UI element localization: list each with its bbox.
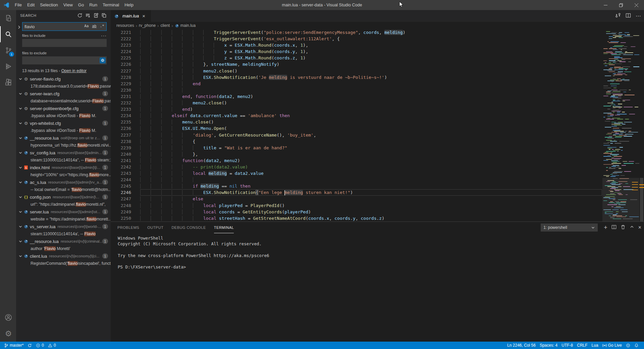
code-line[interactable]: 2228 ESX.ShowNotification('Je melding is…: [111, 74, 602, 81]
more-actions-icon[interactable]: ⋯: [636, 13, 641, 19]
run-debug-icon[interactable]: [0, 58, 16, 74]
code-line[interactable]: 2235 menu.close(): [111, 119, 602, 125]
code-line[interactable]: 2237 'dialog', GetCurrentResourceName(),…: [111, 132, 602, 138]
code-line[interactable]: 2245 if melding == nil then: [111, 183, 602, 189]
search-match-row[interactable]: steam:11000011c14014a', -- Flavio: [16, 230, 111, 238]
code-line[interactable]: 2247 else: [111, 196, 602, 202]
search-match-row[interactable]: .bypass allow #DonTosti - Flavio M.: [16, 127, 111, 134]
search-match-row[interactable]: website = "https://adminpanel.flaviomore…: [16, 215, 111, 223]
minimize-button[interactable]: [598, 0, 613, 10]
close-panel-icon[interactable]: ×: [638, 225, 641, 231]
explorer-icon[interactable]: [0, 10, 16, 26]
terminal-output[interactable]: Windows PowerShellCopyright (C) Microsof…: [111, 233, 644, 342]
restore-button[interactable]: [613, 0, 629, 10]
menu-help[interactable]: Help: [122, 0, 136, 10]
code-line[interactable]: 2234 elseif data.current.value == 'ambul…: [111, 112, 602, 119]
tab-main-lua[interactable]: main.lua ×: [111, 10, 151, 22]
menu-edit[interactable]: Edit: [24, 0, 37, 10]
status-sync[interactable]: [25, 342, 34, 349]
search-match-row[interactable]: steam:11000011c14014a", -- Flavio steam:…: [16, 156, 111, 164]
code-line[interactable]: 2230: [111, 87, 602, 93]
panel-tab-output[interactable]: OUTPUT: [147, 222, 163, 233]
status-bell[interactable]: [632, 342, 641, 349]
code-line[interactable]: 2244: [111, 177, 602, 183]
status-0[interactable]: 0: [34, 342, 46, 349]
status-feedback[interactable]: [624, 342, 632, 349]
status-go-live[interactable]: Go Live: [600, 342, 624, 349]
minimap-slider[interactable]: [602, 178, 639, 221]
toggle-replace-icon[interactable]: [17, 25, 22, 31]
result-file-row[interactable]: ⚙server-politieenboefje.cfg1: [16, 105, 111, 112]
code-line[interactable]: 2248 local playerPed = PlayerPedId(): [111, 202, 602, 209]
open-in-editor-link[interactable]: Open in editor: [61, 68, 87, 73]
code-line[interactable]: 2229 end: [111, 81, 602, 87]
refresh-icon[interactable]: [77, 13, 83, 18]
result-file-row[interactable]: client.luaresources\[rv]\[economy]\[ci..…: [16, 252, 111, 260]
breadcrumb-item[interactable]: resources: [116, 23, 134, 28]
search-match-row[interactable]: RegisterCommand('flavioisincapabel', fun…: [16, 260, 111, 267]
files-to-include-input[interactable]: [22, 39, 107, 47]
status-ln-2246-col-56[interactable]: Ln 2246, Col 56: [505, 342, 538, 349]
toggle-search-details-icon[interactable]: ···: [101, 35, 107, 37]
files-to-exclude-input[interactable]: [22, 56, 107, 64]
code-line[interactable]: 2226 }, streetName, meldingNotify): [111, 61, 602, 67]
status-spaces-4[interactable]: Spaces: 4: [538, 342, 559, 349]
result-file-row[interactable]: ac_s.luaresources\[base]\[admin]\rv_a...…: [16, 179, 111, 186]
code-line[interactable]: 2250 local streetHash = GetStreetNameAtC…: [111, 215, 602, 221]
code-line[interactable]: 2236 ESX.UI.Menu.Open(: [111, 125, 602, 132]
menu-file[interactable]: File: [12, 0, 24, 10]
search-match-row[interactable]: 178;database=naar3.0;userid=Flavio;passw…: [16, 83, 111, 90]
result-file-row[interactable]: server.luaresources\[base]\[admin]\st...…: [16, 208, 111, 215]
new-search-editor-icon[interactable]: [93, 13, 99, 18]
open-changes-icon[interactable]: [615, 12, 621, 19]
account-icon[interactable]: [0, 309, 16, 326]
status-utf-8[interactable]: UTF-8: [559, 342, 575, 349]
code-line[interactable]: 2246 ESX.ShowNotification("Een lege meld…: [111, 189, 602, 196]
menu-run[interactable]: Run: [87, 0, 100, 10]
settings-gear-icon[interactable]: ⚙: [0, 326, 16, 342]
status-master[interactable]: master*: [2, 342, 25, 349]
code-line[interactable]: 2243 local melding = data2.value: [111, 170, 602, 177]
code-line[interactable]: 2227 menu2.close(): [111, 68, 602, 74]
search-match-row[interactable]: author 'Flavio Moretti': [16, 245, 111, 252]
code-line[interactable]: 2232 menu2.close(): [111, 100, 602, 106]
result-file-row[interactable]: ⚙server-iwan.cfg1: [16, 90, 111, 97]
search-match-row[interactable]: url": "https://adminpanel.flaviomoretti.…: [16, 201, 111, 208]
status-crlf[interactable]: CRLF: [575, 342, 589, 349]
result-file-row[interactable]: 5index.htmlresources\[base]\[admin]\[i..…: [16, 164, 111, 171]
code-line[interactable]: 2233 end): [111, 106, 602, 112]
result-file-row[interactable]: __resource.luaooit\[troep om uit te z...…: [16, 134, 111, 142]
code-line[interactable]: 2223 x = ESX.Math.Round(coords.x, 1),: [111, 42, 602, 48]
menu-view[interactable]: View: [61, 0, 75, 10]
code-line[interactable]: 2225 z = ESX.Math.Round(coords.z, 1): [111, 55, 602, 61]
source-control-icon[interactable]: 1: [0, 42, 16, 58]
editor-scrollbar[interactable]: [639, 29, 644, 221]
panel-tab-terminal[interactable]: TERMINAL: [214, 222, 234, 233]
result-file-row[interactable]: {}config.jsonresources\[base]\[admin]\..…: [16, 193, 111, 201]
panel-tab-debug-console[interactable]: DEBUG CONSOLE: [171, 222, 206, 233]
code-line[interactable]: 2241 function(data2, menu2): [111, 157, 602, 164]
breadcrumb-item[interactable]: client: [160, 23, 170, 28]
code-line[interactable]: 2231 end, function(data2, menu2): [111, 93, 602, 100]
code-line[interactable]: 2240 },: [111, 151, 602, 157]
menu-go[interactable]: Go: [75, 0, 87, 10]
terminal-shell-select[interactable]: 1: powershell: [541, 223, 598, 232]
match-case-icon[interactable]: Aa: [83, 23, 90, 29]
clear-search-results-icon[interactable]: [85, 13, 91, 18]
code-line[interactable]: 2221 TriggerServerEvent("police:server:S…: [111, 29, 602, 36]
close-window-button[interactable]: [629, 0, 644, 10]
kill-terminal-icon[interactable]: [621, 225, 626, 231]
code-line[interactable]: 2239 title = "Wat is er aan de hand?": [111, 145, 602, 151]
whole-word-icon[interactable]: ab: [91, 23, 98, 29]
menu-terminal[interactable]: Terminal: [100, 0, 122, 10]
code-editor[interactable]: 2221 TriggerServerEvent("police:server:S…: [111, 29, 644, 221]
result-file-row[interactable]: ⚙vpn-whitelist.cfg1: [16, 119, 111, 127]
panel-tab-problems[interactable]: PROBLEMS: [117, 222, 139, 233]
new-terminal-icon[interactable]: +: [604, 225, 607, 230]
breadcrumb-item[interactable]: rv_phone: [139, 23, 156, 28]
search-icon[interactable]: [0, 26, 16, 42]
maximize-panel-icon[interactable]: [630, 225, 634, 231]
regex-icon[interactable]: .*: [99, 23, 105, 29]
search-match-row[interactable]: .bypass allow #DonTosti - Flavio M.: [16, 112, 111, 119]
result-file-row[interactable]: sv_config.luaresources\[base]\[admin...1: [16, 149, 111, 156]
